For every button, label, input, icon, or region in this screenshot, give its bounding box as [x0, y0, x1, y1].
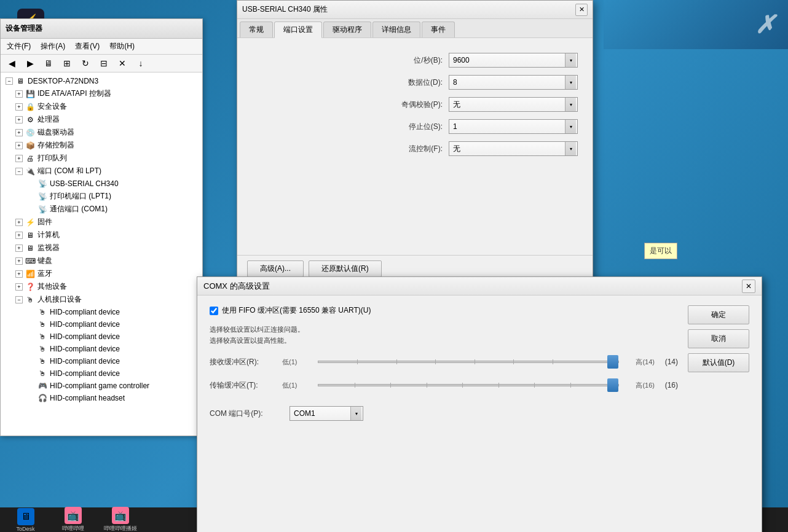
taskbar-app-todesk[interactable]: 🖥 ToDesk	[2, 507, 49, 533]
hid6-icon: 🖱	[37, 369, 47, 378]
toolbar-remove[interactable]: ✕	[114, 56, 131, 71]
tree-expand-storage[interactable]: +	[15, 142, 23, 149]
tree-root-computer[interactable]: − 🖥 DESKTOP-A72NDN3	[3, 75, 200, 87]
security-icon: 🔒	[25, 102, 35, 112]
tree-item-usb-serial[interactable]: 📡 USB-SERIAL CH340	[3, 178, 200, 190]
tab-driver[interactable]: 驱动程序	[323, 22, 371, 37]
menu-help[interactable]: 帮助(H)	[106, 40, 138, 53]
port-settings-form: 位/秒(B): 9600 ▾ 数据位(D): 8 ▾ 奇偶校验(P): 无	[247, 48, 583, 161]
toolbar-scan[interactable]: ↓	[132, 56, 149, 71]
restore-button[interactable]: 还原默认值(R)	[309, 260, 382, 277]
toolbar-forward[interactable]: ▶	[22, 56, 39, 71]
tree-item-ide[interactable]: + 💾 IDE ATA/ATAPI 控制器	[3, 87, 200, 100]
tree-item-cpu[interactable]: + ⚙ 处理器	[3, 113, 200, 126]
advanced-close-button[interactable]: ✕	[742, 280, 755, 293]
flow-control-select[interactable]: 无 ▾	[449, 141, 578, 156]
tab-details[interactable]: 详细信息	[372, 22, 420, 37]
tree-label-hid-game: HID-compliant game controller	[50, 381, 149, 390]
tree-expand-security[interactable]: +	[15, 103, 23, 111]
hid3-icon: 🖱	[37, 332, 47, 342]
advanced-cancel-button[interactable]: 取消	[688, 329, 749, 348]
tree-item-other[interactable]: + ❓ 其他设备	[3, 280, 200, 293]
transmit-min-label: 低(1)	[282, 381, 313, 390]
tree-expand-disk[interactable]: +	[15, 129, 23, 136]
toolbar-back[interactable]: ◀	[3, 56, 20, 71]
tree-expand-bluetooth[interactable]: +	[15, 270, 23, 278]
flow-control-arrow: ▾	[565, 142, 576, 155]
advanced-default-button[interactable]: 默认值(D)	[688, 353, 749, 372]
taskbar-app-bilibili2[interactable]: 📺 哔哩哔哩播姬	[97, 506, 143, 532]
tree-item-hid-game[interactable]: 🎮 HID-compliant game controller	[3, 380, 200, 392]
fifo-checkbox-label: 使用 FIFO 缓冲区(需要 16550 兼容 UART)(U)	[222, 305, 371, 316]
parity-select[interactable]: 无 ▾	[449, 97, 578, 112]
tree-item-security[interactable]: + 🔒 安全设备	[3, 100, 200, 113]
tab-port-settings[interactable]: 端口设置	[274, 22, 322, 38]
tree-item-keyboard[interactable]: + ⌨ 键盘	[3, 254, 200, 267]
tree-item-com1[interactable]: 📡 通信端口 (COM1)	[3, 203, 200, 216]
tab-general[interactable]: 常规	[240, 22, 273, 37]
tree-item-hid-headset[interactable]: 🎧 HID-compliant headset	[3, 392, 200, 404]
tree-item-hid2[interactable]: 🖱 HID-compliant device	[3, 318, 200, 331]
menu-action[interactable]: 操作(A)	[37, 40, 69, 53]
advanced-ok-button[interactable]: 确定	[688, 305, 749, 324]
data-bits-label: 数据位(D):	[369, 77, 443, 88]
baud-rate-select[interactable]: 9600 ▾	[449, 53, 578, 68]
tree-item-computer-node[interactable]: + 🖥 计算机	[3, 229, 200, 241]
tree-expand-keyboard[interactable]: +	[15, 257, 23, 265]
transmit-slider-thumb[interactable]	[607, 378, 618, 392]
tree-item-hid6[interactable]: 🖱 HID-compliant device	[3, 367, 200, 380]
tree-item-hid[interactable]: − 🖱 人机接口设备	[3, 293, 200, 306]
tree-expand-firmware[interactable]: +	[15, 219, 23, 226]
tree-item-lpt1[interactable]: 📡 打印机端口 (LPT1)	[3, 190, 200, 203]
advanced-main-content: 使用 FIFO 缓冲区(需要 16550 兼容 UART)(U) 选择较低设置以…	[210, 305, 678, 524]
tree-item-hid1[interactable]: 🖱 HID-compliant device	[3, 306, 200, 318]
transmit-tick-3	[427, 383, 427, 388]
tree-expand-other[interactable]: +	[15, 283, 23, 291]
tree-item-monitor[interactable]: + 🖥 监视器	[3, 241, 200, 254]
tree-item-hid5[interactable]: 🖱 HID-compliant device	[3, 355, 200, 367]
properties-close-button[interactable]: ✕	[575, 4, 588, 16]
tree-expand-print-queue[interactable]: +	[15, 155, 23, 162]
tree-expand-ide[interactable]: +	[15, 90, 23, 98]
tree-expand-root[interactable]: −	[6, 77, 13, 85]
fifo-checkbox-input[interactable]	[210, 307, 218, 315]
tree-item-print-queue[interactable]: + 🖨 打印队列	[3, 152, 200, 165]
properties-tabs: 常规 端口设置 驱动程序 详细信息 事件	[237, 19, 593, 38]
advanced-dialog: COMX 的高级设置 ✕ 使用 FIFO 缓冲区(需要 16550 兼容 UAR…	[197, 276, 762, 532]
tree-item-firmware[interactable]: + ⚡ 固件	[3, 216, 200, 229]
transmit-tick-2	[390, 383, 391, 388]
todesk-icon: 🖥	[17, 508, 34, 525]
bilibili2-label: 哔哩哔哩播姬	[99, 525, 142, 532]
receive-slider-thumb[interactable]	[607, 355, 618, 369]
tree-item-hid3[interactable]: 🖱 HID-compliant device	[3, 331, 200, 343]
tree-expand-cpu[interactable]: +	[15, 116, 23, 123]
stop-bits-select[interactable]: 1 ▾	[449, 119, 578, 134]
com-port-select[interactable]: COM1 ▾	[290, 406, 363, 421]
tree-item-storage[interactable]: + 📦 存储控制器	[3, 139, 200, 152]
tree-label-storage: 存储控制器	[37, 140, 74, 151]
toolbar-update[interactable]: ↻	[77, 56, 94, 71]
toolbar-monitor[interactable]: 🖥	[40, 56, 57, 71]
tab-events[interactable]: 事件	[422, 22, 455, 37]
tree-item-bluetooth[interactable]: + 📶 蓝牙	[3, 267, 200, 280]
transmit-buffer-label: 传输缓冲区(T):	[210, 380, 277, 391]
tree-expand-hid[interactable]: −	[15, 296, 23, 303]
advanced-button[interactable]: 高级(A)...	[247, 260, 304, 277]
toolbar-rollback[interactable]: ⊟	[95, 56, 112, 71]
flow-control-label: 流控制(F):	[369, 144, 443, 154]
tree-label-monitor: 监视器	[37, 243, 60, 253]
tree-expand-computer-node[interactable]: +	[15, 232, 23, 239]
tree-item-disk[interactable]: + 💿 磁盘驱动器	[3, 126, 200, 139]
hint-high-text: 选择较高设置以提高性能。	[210, 335, 678, 346]
tree-item-ports[interactable]: − 🔌 端口 (COM 和 LPT)	[3, 165, 200, 178]
tree-item-hid4[interactable]: 🖱 HID-compliant device	[3, 343, 200, 355]
data-bits-select[interactable]: 8 ▾	[449, 75, 578, 90]
tree-expand-ports[interactable]: −	[15, 168, 23, 175]
menu-file[interactable]: 文件(F)	[3, 40, 34, 53]
taskbar-app-bilibili1[interactable]: 📺 哔哩哔哩	[50, 506, 96, 532]
transmit-tick-4	[462, 383, 463, 388]
baud-rate-label: 位/秒(B):	[369, 55, 443, 66]
menu-view[interactable]: 查看(V)	[71, 40, 103, 53]
tree-expand-monitor[interactable]: +	[15, 244, 23, 252]
toolbar-properties[interactable]: ⊞	[58, 56, 76, 71]
